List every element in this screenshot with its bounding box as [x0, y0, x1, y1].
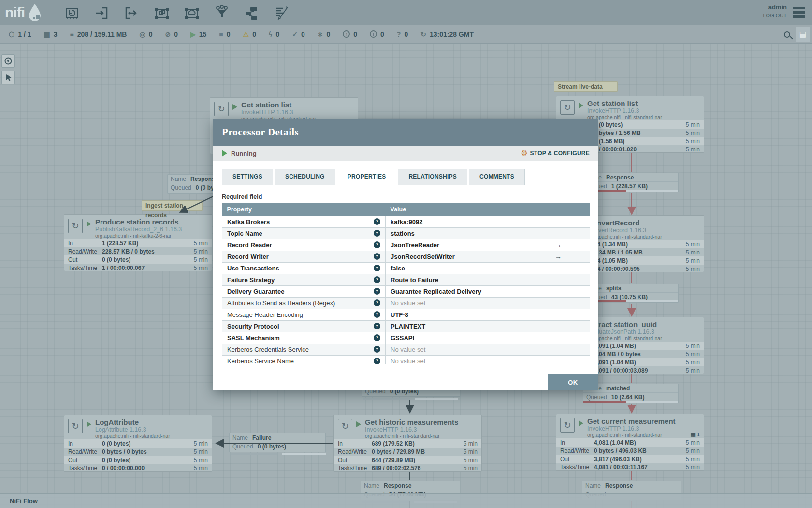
processor-bundle: org.apache.nifi - nifi-kafka-2-6-nar	[95, 233, 209, 239]
value-cell: Guarantee Replicated Delivery	[386, 285, 550, 297]
process-group-tool-button[interactable]	[153, 4, 171, 22]
stat-period: 5 min	[680, 464, 700, 471]
navigate-button[interactable]	[1, 54, 15, 68]
stat-row: Read/Write0 bytes / 729.89 MB5 min	[334, 448, 481, 456]
processor-node[interactable]: ↻Produce station recordsPublishKafkaReco…	[64, 214, 212, 271]
stat-period: 5 min	[188, 265, 208, 271]
stat-label: Tasks/Time	[68, 465, 102, 472]
logout-link[interactable]: LOG OUT	[763, 12, 787, 19]
target-icon	[4, 57, 13, 65]
link-cell: →	[550, 239, 590, 251]
help-icon: ?	[374, 253, 380, 260]
funnel-tool-button[interactable]	[213, 4, 231, 22]
link-cell	[550, 285, 590, 297]
processor-tool-button[interactable]	[63, 4, 81, 22]
status-invalid-count: 0	[252, 30, 256, 38]
breadcrumb[interactable]: NiFi Flow	[10, 497, 38, 505]
stat-label: In	[68, 240, 102, 247]
property-cell: Use Transactions?	[222, 262, 386, 274]
tab-scheduling[interactable]: SCHEDULING	[275, 169, 335, 185]
stat-row: In4,081 (1.04 MB)5 min	[556, 438, 704, 447]
table-row: Kerberos Credentials Service?No value se…	[222, 344, 590, 355]
stat-period: 5 min	[680, 121, 700, 128]
remote-process-group-tool-button[interactable]	[183, 4, 201, 22]
label-tool-button[interactable]	[273, 4, 291, 22]
processor-type: PublishKafkaRecord_2_6 1.16.3	[95, 226, 209, 233]
processor-stats: In1 (228.57 KB)5 minRead/Write228.57 KB …	[64, 239, 212, 272]
go-to-service-icon[interactable]: →	[555, 241, 562, 249]
stop-and-configure-button[interactable]: ⚙ STOP & CONFIGURE	[521, 149, 590, 157]
stat-label: Read/Write	[560, 448, 594, 454]
search-button[interactable]	[778, 25, 796, 44]
canvas-label[interactable]: Ingest station records	[142, 200, 203, 211]
help-icon: ?	[374, 288, 380, 295]
processor-name: Get station list	[587, 99, 701, 107]
go-to-service-icon[interactable]: →	[555, 253, 562, 260]
processor-header: ↻Get station listInvokeHTTP 1.16.3org.ap…	[556, 96, 704, 120]
canvas-panel-button[interactable]: ▤	[796, 27, 810, 42]
output-port-tool-button[interactable]	[123, 4, 141, 22]
queue-bar	[363, 398, 410, 400]
processor-header: ↻Get historic measurementsInvokeHTTP 1.1…	[334, 415, 481, 439]
tab-comments[interactable]: COMMENTS	[469, 169, 525, 185]
processor-node[interactable]: ↻LogAttributeLogAttribute 1.16.3org.apac…	[64, 415, 212, 472]
tab-settings[interactable]: SETTINGS	[222, 169, 273, 185]
connection-name-value: Response	[384, 482, 411, 489]
processor-icon: ↻	[68, 219, 83, 233]
global-menu-icon[interactable]	[793, 7, 805, 20]
queue-size-bars	[362, 398, 460, 400]
stat-value: 4,081 (1.04 MB)	[594, 439, 680, 446]
processor-node[interactable]: ↻Get historic measurementsInvokeHTTP 1.1…	[334, 415, 482, 472]
processor-titles: Extract station_uuidEvaluateJsonPath 1.1…	[587, 320, 701, 341]
property-cell: SASL Mechanism?	[222, 332, 386, 344]
value-cell: kafka:9092	[386, 216, 550, 227]
input-port-tool-button[interactable]	[93, 4, 111, 22]
queue-bar	[415, 398, 458, 400]
link-cell	[550, 309, 590, 320]
table-row: Security Protocol?PLAINTEXT	[222, 320, 590, 332]
stat-value: 0 (0 bytes)	[102, 256, 188, 263]
status-refresh[interactable]: ↻13:01:28 GMT	[420, 30, 474, 38]
processor-node[interactable]: ↻Get current measurementInvokeHTTP 1.16.…	[556, 414, 704, 471]
processor-bundle: org.apache.nifi - nifi-standard-nar	[95, 433, 209, 439]
table-row: Record Writer?JsonRecordSetWriter→	[222, 251, 590, 262]
property-cell: Record Reader?	[222, 239, 386, 251]
ok-button[interactable]: OK	[548, 374, 598, 390]
run-status-icon	[87, 421, 91, 427]
status-locally-modified: ∗0	[318, 30, 331, 38]
tab-relationships[interactable]: RELATIONSHIPS	[398, 169, 467, 185]
property-value: No value set	[391, 346, 425, 353]
stat-row: Out644 (729.89 MB)5 min	[334, 456, 481, 464]
property-value: stations	[391, 230, 415, 237]
status-invalid: ⚠0	[243, 30, 256, 38]
status-bar: ⬡1 / 1▦3≡208 / 159.11 MB◎0⊘0▶15■0⚠0ϟ0✓0∗…	[0, 25, 812, 44]
processor-name: ConvertRecord	[587, 219, 701, 227]
stat-period: 5 min	[680, 448, 700, 454]
stat-value: 0 bytes / 0 bytes	[102, 448, 188, 455]
table-row: Topic Name?stations	[222, 227, 590, 239]
stat-value: 644 (729.89 MB)	[372, 457, 457, 463]
tab-properties[interactable]: PROPERTIES	[337, 169, 397, 185]
stat-row: Tasks/Time4,081 / 00:03:11.1675 min	[556, 463, 704, 471]
property-value: UTF-8	[391, 311, 408, 318]
template-tool-button[interactable]	[243, 4, 261, 22]
property-cell: Message Header Encoding?	[222, 309, 386, 320]
help-icon: ?	[374, 346, 380, 353]
connection-queued-prefix: Queued	[171, 184, 191, 191]
help-icon: ?	[374, 311, 380, 318]
property-name: Kerberos Credentials Service	[227, 346, 371, 353]
processor-icon: ↻	[560, 100, 575, 115]
property-name: Failure Strategy	[227, 276, 371, 284]
help-icon: ?	[374, 230, 380, 237]
queue-bar	[231, 453, 277, 455]
stat-period: 5 min	[188, 240, 208, 247]
connection-label[interactable]: NameFailureQueued0 (0 bytes)	[229, 433, 326, 452]
operate-button[interactable]	[1, 71, 15, 84]
connection-queued-value: 1 (228.57 KB)	[611, 183, 648, 190]
processor-name: LogAttribute	[95, 418, 209, 426]
connection-queued-value: 10 (2.64 KB)	[611, 394, 645, 401]
canvas-label[interactable]: Stream live-data	[554, 81, 618, 92]
property-cell: Failure Strategy?	[222, 274, 386, 285]
stat-label: Out	[68, 457, 102, 463]
stat-period: 5 min	[457, 440, 478, 447]
